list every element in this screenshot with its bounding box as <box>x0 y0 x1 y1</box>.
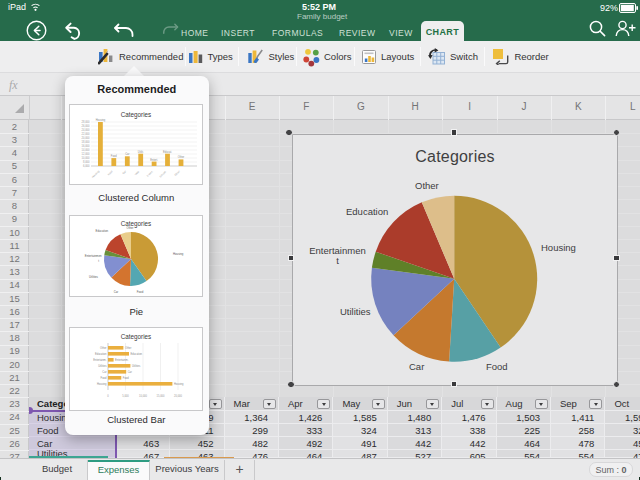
svg-text:Entertainm.: Entertainm. <box>115 358 129 362</box>
svg-text:Car: Car <box>126 152 130 156</box>
svg-text:22,000: 22,000 <box>82 132 90 136</box>
svg-text:0: 0 <box>108 394 110 398</box>
svg-text:Other: Other <box>174 169 182 177</box>
svg-text:Utilities: Utilities <box>89 275 99 279</box>
svg-text:Housing: Housing <box>91 168 101 178</box>
svg-text:Categories: Categories <box>121 333 151 341</box>
svg-text:Education: Education <box>131 352 143 356</box>
svg-text:Housing: Housing <box>174 382 184 386</box>
svg-text:14,000: 14,000 <box>82 148 90 152</box>
svg-text:Entertainm.: Entertainm. <box>94 358 108 362</box>
svg-text:5,000: 5,000 <box>123 394 130 398</box>
svg-text:10,000: 10,000 <box>82 156 90 160</box>
svg-text:Car: Car <box>128 370 132 374</box>
svg-text:12,000: 12,000 <box>82 152 90 156</box>
svg-text:26,000: 26,000 <box>82 124 90 128</box>
svg-text:Housing: Housing <box>173 252 184 256</box>
svg-text:Car: Car <box>114 290 119 294</box>
svg-text:20,000: 20,000 <box>174 394 182 398</box>
svg-text:Car: Car <box>103 370 107 374</box>
svg-text:Utilit.: Utilit. <box>138 149 144 153</box>
svg-text:18,000: 18,000 <box>82 140 90 144</box>
svg-text:Categories: Categories <box>121 111 151 119</box>
svg-text:16,000: 16,000 <box>82 144 90 148</box>
svg-text:Housing: Housing <box>96 118 106 122</box>
svg-text:Entert.: Entert. <box>146 169 154 177</box>
svg-text:Utilit.: Utilit. <box>134 169 141 176</box>
svg-text:Categories: Categories <box>121 220 151 228</box>
svg-text:Other: Other <box>100 346 107 350</box>
svg-text:Food: Food <box>111 154 117 158</box>
svg-text:15,000: 15,000 <box>157 394 165 398</box>
svg-text:20,000: 20,000 <box>82 136 90 140</box>
svg-text:8,000: 8,000 <box>83 160 90 164</box>
svg-text:Housing: Housing <box>97 382 107 386</box>
svg-text:Entert.: Entert. <box>151 157 159 161</box>
svg-text:24,000: 24,000 <box>82 128 90 132</box>
svg-text:Entertainmen: Entertainmen <box>85 254 102 258</box>
svg-text:Utilities: Utilities <box>132 364 141 368</box>
svg-text:Other: Other <box>125 346 132 350</box>
svg-text:Car: Car <box>122 169 128 175</box>
svg-text:6,000: 6,000 <box>83 164 90 168</box>
svg-text:Educat.: Educat. <box>159 169 168 178</box>
svg-text:Food: Food <box>101 376 107 380</box>
svg-text:Other: Other <box>178 155 185 159</box>
svg-text:28,000: 28,000 <box>82 120 90 124</box>
svg-text:Food: Food <box>123 376 129 380</box>
svg-text:t: t <box>99 258 100 262</box>
svg-text:Utilities: Utilities <box>98 364 107 368</box>
svg-text:Education: Education <box>95 352 107 356</box>
svg-text:Education: Education <box>96 229 109 233</box>
svg-text:Food: Food <box>137 290 144 294</box>
svg-text:10,000: 10,000 <box>139 394 147 398</box>
svg-text:Other: Other <box>127 226 134 230</box>
svg-text:Educat.: Educat. <box>163 149 172 153</box>
svg-text:Food: Food <box>107 168 114 175</box>
